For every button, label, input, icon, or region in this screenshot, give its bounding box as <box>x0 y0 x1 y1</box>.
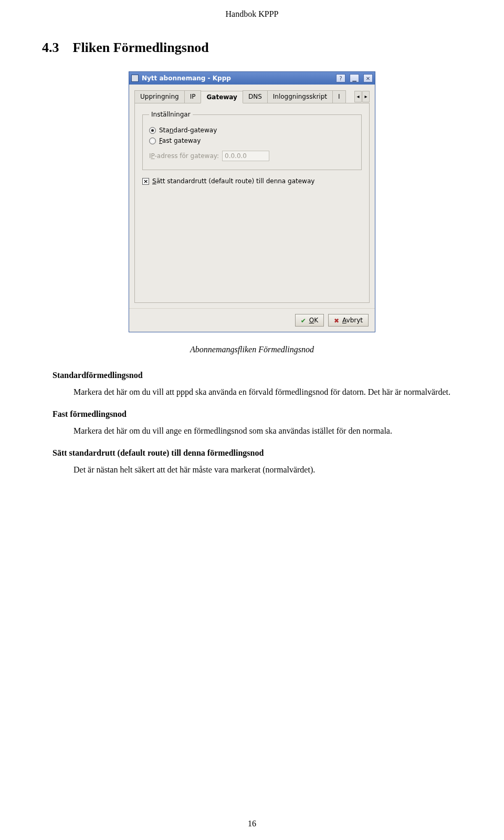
mnemonic: O <box>309 317 314 324</box>
txt: vbryt <box>346 317 363 324</box>
txt: ätt standardrutt (default route) till de… <box>156 177 315 185</box>
ip-address-input: 0.0.0.0 <box>222 151 269 161</box>
mnemonic: P <box>151 152 155 160</box>
ok-icon: ✔ <box>301 317 307 323</box>
section-title: 4.3 Fliken Förmedlingsnod <box>0 19 504 56</box>
section-number: 4.3 <box>42 40 59 55</box>
dialog-window: Nytt abonnemang - Kppp ? ▁ ✕ Uppringning… <box>129 71 375 332</box>
radio-fast-label: Fast gateway <box>159 137 201 144</box>
radio-standard-label: Standard-gateway <box>159 127 217 134</box>
def-fast: Markera det här om du vill ange en förme… <box>74 425 452 437</box>
window-body: Uppringning IP Gateway DNS Inloggningssk… <box>129 85 375 308</box>
term-standard: Standardförmedlingsnod <box>52 369 452 382</box>
app-icon <box>131 75 139 82</box>
tab-gateway[interactable]: Gateway <box>201 91 243 103</box>
ok-button[interactable]: ✔ OK <box>295 314 324 327</box>
tab-scroll-left[interactable]: ◂ <box>354 91 362 102</box>
default-route-checkbox-row[interactable]: Sätt standardrutt (default route) till d… <box>142 177 362 185</box>
ok-label: OK <box>309 317 318 324</box>
term-defaultroute: Sätt standardrutt (default route) till d… <box>52 447 452 459</box>
page-number: 16 <box>0 819 504 828</box>
tab-scroll-right[interactable]: ▸ <box>362 91 370 102</box>
tab-panel-gateway: Inställningar Standard-gateway Fast gate… <box>134 103 370 303</box>
default-route-label: Sätt standardrutt (default route) till d… <box>152 177 314 185</box>
radio-fast-gateway[interactable]: Fast gateway <box>149 137 355 144</box>
page-header: Handbok KPPP <box>0 0 504 19</box>
help-button[interactable]: ? <box>336 74 345 82</box>
radio-icon <box>149 127 156 134</box>
cancel-label: Avbryt <box>342 317 363 324</box>
close-button[interactable]: ✕ <box>363 74 373 82</box>
txt: K <box>314 317 318 324</box>
cancel-icon: ✖ <box>334 317 340 323</box>
tab-ip[interactable]: IP <box>184 90 202 103</box>
dialog-button-row: ✔ OK ✖ Avbryt <box>129 308 375 332</box>
txt: dard-gateway <box>173 127 217 134</box>
settings-fieldset: Inställningar Standard-gateway Fast gate… <box>142 111 362 170</box>
fieldset-legend: Inställningar <box>149 111 193 118</box>
txt: ast gateway <box>162 137 201 144</box>
def-standard: Markera det här om du vill att pppd ska … <box>74 386 452 398</box>
ip-label: IP-adress för gateway: <box>149 152 219 160</box>
titlebar: Nytt abonnemang - Kppp ? ▁ ✕ <box>129 72 375 85</box>
radio-standard-gateway[interactable]: Standard-gateway <box>149 127 355 134</box>
mnemonic: A <box>342 317 346 324</box>
window-title: Nytt abonnemang - Kppp <box>142 75 332 82</box>
mnemonic: S <box>152 177 156 185</box>
figure-caption: Abonnemangsfliken Förmedlingsnod <box>0 345 504 354</box>
cancel-button[interactable]: ✖ Avbryt <box>328 314 369 327</box>
tab-bar: Uppringning IP Gateway DNS Inloggningssk… <box>134 90 370 103</box>
tab-dns[interactable]: DNS <box>243 90 268 103</box>
checkbox-icon <box>142 178 149 185</box>
section-heading: Fliken Förmedlingsnod <box>73 40 209 55</box>
def-defaultroute: Det är nästan helt säkert att det här må… <box>74 464 452 476</box>
screenshot-container: Nytt abonnemang - Kppp ? ▁ ✕ Uppringning… <box>0 71 504 332</box>
definition-list: Standardförmedlingsnod Markera det här o… <box>52 369 452 476</box>
term-fast: Fast förmedlingsnod <box>52 408 452 421</box>
txt: Sta <box>159 127 170 134</box>
minimize-button[interactable]: ▁ <box>350 74 359 82</box>
tab-uppringning[interactable]: Uppringning <box>134 90 185 103</box>
ip-address-row: IP-adress för gateway: 0.0.0.0 <box>149 151 355 161</box>
tab-overflow[interactable]: I <box>332 90 346 103</box>
tab-inloggningsskript[interactable]: Inloggningsskript <box>267 90 333 103</box>
txt: -adress för gateway: <box>155 152 219 160</box>
radio-icon <box>149 138 156 144</box>
